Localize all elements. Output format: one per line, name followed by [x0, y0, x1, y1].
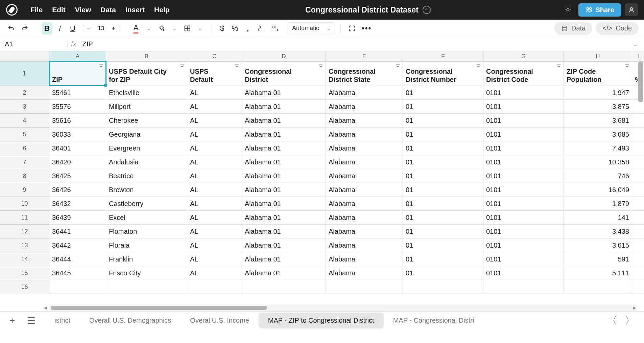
row-header-11[interactable]: 11 — [0, 211, 49, 225]
cell-A10[interactable]: 36432 — [49, 197, 106, 211]
cell-B8[interactable]: Beatrice — [106, 169, 187, 183]
cell-H11[interactable]: 141 — [564, 211, 632, 225]
number-format-select[interactable]: Automatic ⌵ — [287, 22, 335, 34]
cell-empty[interactable] — [326, 280, 403, 294]
cell-B12[interactable]: Flomaton — [106, 225, 187, 238]
font-size-decrease[interactable]: − — [83, 25, 94, 32]
sheet-tab[interactable]: istrict — [45, 313, 80, 328]
cell-D10[interactable]: Alabama 01 — [242, 197, 326, 211]
cell-C15[interactable]: AL — [187, 266, 242, 280]
cell-B11[interactable]: Excel — [106, 211, 187, 225]
cell-C14[interactable]: AL — [187, 252, 242, 266]
cell-B7[interactable]: Andalusia — [106, 155, 187, 169]
cell-E14[interactable]: Alabama — [326, 252, 403, 266]
undo-button[interactable] — [5, 22, 17, 35]
cell-C3[interactable]: AL — [187, 100, 242, 114]
cell-D3[interactable]: Alabama 01 — [242, 100, 326, 114]
column-header-D[interactable]: D — [242, 51, 326, 62]
theme-toggle-icon[interactable] — [562, 3, 574, 16]
select-all-corner[interactable] — [0, 51, 49, 62]
cell-B3[interactable]: Millport — [106, 100, 187, 114]
text-color-button[interactable]: A — [130, 22, 141, 35]
add-sheet-button[interactable]: + — [7, 315, 18, 326]
percent-button[interactable]: % — [230, 22, 240, 35]
cell-I14[interactable] — [632, 252, 644, 266]
cell-D15[interactable]: Alabama 01 — [242, 266, 326, 280]
borders-button[interactable] — [182, 22, 193, 35]
menu-help[interactable]: Help — [149, 4, 174, 16]
bold-button[interactable]: B — [42, 22, 52, 35]
header-cell-B[interactable]: USPS Default City for ZIP — [106, 62, 187, 86]
tab-nav-right[interactable]: 〉 — [622, 314, 637, 327]
row-header-2[interactable]: 2 — [0, 86, 49, 100]
formula-expand-icon[interactable]: ⌵ — [630, 42, 641, 47]
cell-F15[interactable]: 01 — [403, 266, 483, 280]
code-button[interactable]: </> Code — [596, 22, 639, 35]
cell-G11[interactable]: 0101 — [483, 211, 564, 225]
cell-F10[interactable]: 01 — [403, 197, 483, 211]
cell-H5[interactable]: 3,685 — [564, 128, 632, 141]
menu-edit[interactable]: Edit — [47, 4, 70, 16]
cell-I13[interactable] — [632, 238, 644, 252]
cell-H14[interactable]: 591 — [564, 252, 632, 266]
column-header-H[interactable]: H — [564, 51, 632, 62]
cell-B2[interactable]: Ethelsville — [106, 86, 187, 100]
cell-D6[interactable]: Alabama 01 — [242, 141, 326, 155]
tab-nav-left[interactable]: 〈 — [605, 314, 620, 327]
user-menu-icon[interactable] — [625, 3, 638, 16]
cell-E7[interactable]: Alabama — [326, 155, 403, 169]
cell-G10[interactable]: 0101 — [483, 197, 564, 211]
cell-C5[interactable]: AL — [187, 128, 242, 141]
cell-A12[interactable]: 36441 — [49, 225, 106, 238]
cell-G6[interactable]: 0101 — [483, 141, 564, 155]
text-color-dropdown[interactable]: ⌵ — [143, 22, 154, 35]
cell-A3[interactable]: 35576 — [49, 100, 106, 114]
cell-C10[interactable]: AL — [187, 197, 242, 211]
cell-C8[interactable]: AL — [187, 169, 242, 183]
cell-A4[interactable]: 35616 — [49, 114, 106, 128]
cell-D8[interactable]: Alabama 01 — [242, 169, 326, 183]
cell-empty[interactable] — [632, 280, 644, 294]
cell-I12[interactable] — [632, 225, 644, 238]
cell-E2[interactable]: Alabama — [326, 86, 403, 100]
formula-input[interactable] — [82, 40, 630, 48]
menu-data[interactable]: Data — [96, 4, 121, 16]
cell-E3[interactable]: Alabama — [326, 100, 403, 114]
filter-icon[interactable] — [556, 64, 562, 69]
fill-color-dropdown[interactable]: ⌵ — [169, 22, 180, 35]
cell-empty[interactable] — [483, 280, 564, 294]
header-cell-F[interactable]: Congressional District Number — [403, 62, 483, 86]
cell-H9[interactable]: 16,049 — [564, 183, 632, 197]
doc-title[interactable]: Congressional District Dataset — [305, 5, 419, 15]
cell-F5[interactable]: 01 — [403, 128, 483, 141]
cell-G9[interactable]: 0101 — [483, 183, 564, 197]
cell-B15[interactable]: Frisco City — [106, 266, 187, 280]
cell-G15[interactable]: 0101 — [483, 266, 564, 280]
cell-A7[interactable]: 36420 — [49, 155, 106, 169]
cell-E5[interactable]: Alabama — [326, 128, 403, 141]
filter-icon[interactable] — [318, 64, 324, 69]
row-header-10[interactable]: 10 — [0, 197, 49, 211]
cell-F2[interactable]: 01 — [403, 86, 483, 100]
cell-F7[interactable]: 01 — [403, 155, 483, 169]
filter-icon[interactable] — [234, 64, 240, 69]
cell-A11[interactable]: 36439 — [49, 211, 106, 225]
data-button[interactable]: Data — [554, 22, 592, 35]
row-header-14[interactable]: 14 — [0, 252, 49, 266]
cell-empty[interactable] — [242, 280, 326, 294]
cell-F13[interactable]: 01 — [403, 238, 483, 252]
cell-H12[interactable]: 3,438 — [564, 225, 632, 238]
cell-G2[interactable]: 0101 — [483, 86, 564, 100]
cell-G5[interactable]: 0101 — [483, 128, 564, 141]
header-cell-G[interactable]: Congressional District Code — [483, 62, 564, 86]
column-header-C[interactable]: C — [187, 51, 242, 62]
menu-insert[interactable]: Insert — [121, 4, 149, 16]
cell-D7[interactable]: Alabama 01 — [242, 155, 326, 169]
cell-E13[interactable]: Alabama — [326, 238, 403, 252]
cell-G13[interactable]: 0101 — [483, 238, 564, 252]
cell-F12[interactable]: 01 — [403, 225, 483, 238]
cell-B9[interactable]: Brewton — [106, 183, 187, 197]
cell-C6[interactable]: AL — [187, 141, 242, 155]
row-header-1[interactable]: 1 — [0, 62, 49, 86]
cell-I7[interactable] — [632, 155, 644, 169]
